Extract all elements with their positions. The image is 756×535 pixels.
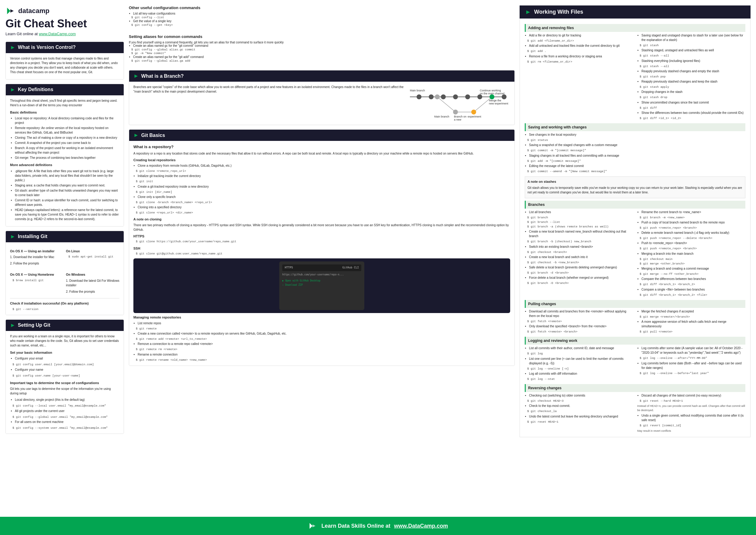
list-item: Saving staged and unstaged changes to st… xyxy=(642,33,745,42)
reversing-right-list-1: Discard all changes of the latest commit… xyxy=(637,393,745,398)
footer: Learn Data Skills Online at www.DataCamp… xyxy=(0,517,756,535)
list-item: Remove a file from a working directory o… xyxy=(529,54,633,59)
code-stash-drop: $ git stash drop xyxy=(637,95,745,99)
list-item: Only download the specified <branch> fro… xyxy=(529,324,633,328)
key-def-intro: Throughout this cheat sheet, you'll find… xyxy=(10,99,119,107)
code-merge: $ git merge <other_branch> xyxy=(637,262,745,266)
svg-point-15 xyxy=(471,110,476,114)
code-config-list: $ git config --list xyxy=(129,16,515,19)
setting-up-git-section: ► Setting Up Git If you are working in a… xyxy=(6,320,124,434)
list-item: Merging a branch and creating a commit m… xyxy=(642,266,745,271)
branches-list-1: List all branches xyxy=(525,210,633,214)
code-alias-gc: $ git config --global alias.gc commit xyxy=(129,48,515,51)
code-log-after: $ git log --oneline --after="YYY-MM-DD" xyxy=(637,356,745,360)
logging-right: Log commits after some date (A sample va… xyxy=(637,346,745,382)
code-log-oneline: $ git log --oneline [-n] xyxy=(525,367,633,371)
code-fetch: $ git fetch <remote> xyxy=(525,320,633,324)
list-item: Log all commits with diff information xyxy=(529,371,633,376)
managing-remote-list-2: Create a new connection called <remote> … xyxy=(134,331,510,336)
branches-left: List all branches $ git branch $ git bra… xyxy=(525,210,633,297)
tags-intro: Git lets you use tags to determine the s… xyxy=(10,386,119,396)
svg-text:on the main channel: on the main channel xyxy=(480,92,504,95)
svg-text:Main branch: Main branch xyxy=(434,115,449,118)
pulling-list-1: Download all commits and branches from t… xyxy=(525,309,633,318)
branch-svg: Main branch Continue working on the main… xyxy=(407,85,510,121)
code-init: $ git init xyxy=(134,180,510,184)
branch-diagram: Main branch Continue working on the main… xyxy=(407,85,510,122)
list-item: HEAD (always capitalised letters): a ref… xyxy=(15,208,119,221)
adding-removing-right: Saving staged and unstaged changes to st… xyxy=(637,33,745,121)
list-item: Configure your email xyxy=(15,356,119,361)
list-item: Create a new local branch named new_bran… xyxy=(529,229,633,239)
git-basics-header: ► Git Basics xyxy=(129,130,514,141)
reversing-left: Checking out (switching to) older commit… xyxy=(525,393,633,434)
list-item: Push a copy of local branch named branch… xyxy=(642,220,745,225)
branches-right-list-6: Merging a branch and creating a commit m… xyxy=(637,266,745,271)
branches-list-2: Create a new local branch named new_bran… xyxy=(525,229,633,239)
pulling-list-2: Only download the specified <branch> fro… xyxy=(525,324,633,328)
branch-title: What is a Branch? xyxy=(141,73,184,79)
list-item: Log commits after some date (A sample va… xyxy=(642,346,745,355)
setting-up-git-title: Setting Up Git xyxy=(18,323,50,328)
creating-local-list: Clone a repository from remote hosts (Gi… xyxy=(134,163,510,168)
code-push-branch: $ git push <remote_repo> <branch> xyxy=(637,226,745,230)
code-stash-pop: $ git stash pop xyxy=(637,75,745,79)
osx-brew-title: On OS X — Using Homebrew xyxy=(10,272,64,277)
code-local: $ git config --local user.email "my_emai… xyxy=(10,404,119,408)
code-branch: $ git branch xyxy=(525,215,633,220)
code-branch-D: $ git branch -D <branch> xyxy=(525,281,633,285)
working-files-body: Adding and removing files Add a file or … xyxy=(520,18,750,437)
install-grid: On OS X — Using an installer 1. Download… xyxy=(10,246,119,296)
managing-remote-list: List remote repos xyxy=(134,321,510,325)
check-install-cmd: $ git --version xyxy=(10,307,119,312)
svg-point-5 xyxy=(417,95,421,99)
code-rm: $ git rm <filename_or_dir> xyxy=(525,60,633,64)
list-item: Reapply previously stashed changes and k… xyxy=(642,79,745,84)
key-definitions-section: ► Key Definitions Throughout this cheat … xyxy=(6,84,124,227)
datacamp-link[interactable]: www.DataCamp.com xyxy=(39,32,76,36)
list-item: Clone a repository from remote hosts (Gi… xyxy=(137,163,510,168)
list-item: Create an alias named ga for the "git ad… xyxy=(133,55,515,59)
arrow-icon-7: ► xyxy=(525,9,531,15)
list-item: Commit: A snapshot of the project you ca… xyxy=(15,141,119,145)
list-item: Dropping changes in the stash xyxy=(642,90,745,94)
list-item: Git merge: The process of combining two … xyxy=(15,155,119,160)
code-checkout-b: $ git checkout -b <new_branch> xyxy=(525,261,633,265)
linux-cmd: $ sudo apt-get install git xyxy=(66,255,119,259)
arrow-icon-2: ► xyxy=(10,87,15,93)
code-checkout-main: $ git checkout main xyxy=(637,257,745,262)
code-remote-rename: $ git remote rename <old_name> <new_name… xyxy=(134,358,510,362)
branches-right-list-7: Compare the differences between two bran… xyxy=(637,277,745,281)
svg-text:Continue working: Continue working xyxy=(480,89,501,92)
note-stashes: A note on stashes Git stash allows you t… xyxy=(525,176,745,198)
list-item: List all key-value configurations xyxy=(133,12,515,15)
code-log-before: $ git log --oneline --before="last year" xyxy=(637,371,745,376)
version-control-title: What is Version Control? xyxy=(18,44,76,50)
reversing-right: Discard all changes of the latest commit… xyxy=(637,393,745,434)
list-item: Cloning into a specified directory xyxy=(137,205,510,210)
footer-link[interactable]: www.DataCamp.com xyxy=(394,523,448,529)
code-branch-new: $ git branch -b (checkout) new_branch xyxy=(525,239,633,244)
code-stash: $ git stash xyxy=(637,43,745,48)
page-title: Git Cheat Sheet xyxy=(6,17,124,30)
tags-list-2: All git projects under the current user xyxy=(10,409,119,413)
code-branch-rename: $ git branch -m <new_name> xyxy=(637,215,745,220)
page: datacamp Git Cheat Sheet Learn Git onlin… xyxy=(0,0,756,535)
list-item: Add a file or directory to git for track… xyxy=(529,33,633,38)
code-reset-head: $ git reset HEAD~1 xyxy=(525,420,633,424)
branches-right-list-1: Rename the current branch to <new_name> xyxy=(637,210,745,214)
list-item: Show uncommitted changes since the last … xyxy=(642,100,745,105)
list-item: Merging a branch into the main branch xyxy=(642,251,745,256)
config-commands-title: Other useful configuration commands xyxy=(129,6,515,10)
install-linux: On Linux $ sudo apt-get install git xyxy=(66,246,119,268)
list-item: Log commits before some date (Both --aft… xyxy=(642,361,745,370)
list-item: Configure your name xyxy=(15,367,119,372)
reversing-title: Reversing changes xyxy=(525,384,745,392)
managing-remote-list-4: Rename a remote connection xyxy=(134,352,510,357)
logging-list-1: List all commits with their author, comm… xyxy=(525,346,633,351)
pulling-right-list-1: Merge the fetched changes if accepted xyxy=(637,309,745,314)
setup-intro: If you are working in a team on a single… xyxy=(10,334,119,348)
creating-local-list-4: Clone only a specific branch xyxy=(134,195,510,199)
footer-logo-icon xyxy=(308,521,318,531)
saving-working-grid: See changes in the local repository $ gi… xyxy=(525,132,745,174)
